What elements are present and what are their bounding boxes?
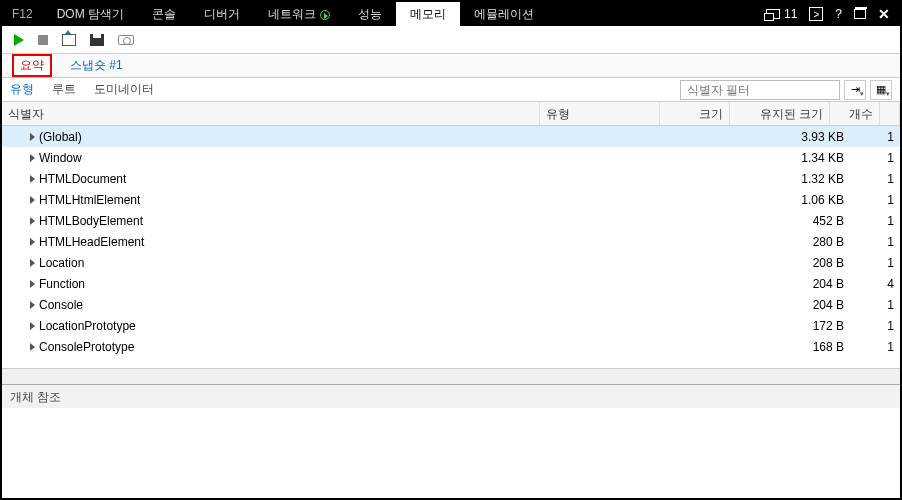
- row-name: HTMLBodyElement: [39, 214, 143, 228]
- row-count: 1: [850, 130, 900, 144]
- expand-icon[interactable]: [30, 196, 35, 204]
- row-retained: 452 B: [750, 214, 850, 228]
- row-retained: 1.32 KB: [750, 172, 850, 186]
- close-icon[interactable]: ✕: [878, 6, 890, 22]
- row-name: ConsolePrototype: [39, 340, 134, 354]
- row-retained: 208 B: [750, 256, 850, 270]
- row-name: Location: [39, 256, 84, 270]
- row-count: 1: [850, 235, 900, 249]
- identifier-filter-input[interactable]: [680, 80, 840, 100]
- row-count: 1: [850, 298, 900, 312]
- main-menubar: F12 DOM 탐색기 콘솔 디버거 네트워크 성능 메모리 에뮬레이션 11 …: [2, 2, 900, 26]
- scope-filter-button[interactable]: ⇥▾: [844, 80, 866, 100]
- table-row[interactable]: LocationPrototype172 B1: [2, 315, 900, 336]
- view-types[interactable]: 유형: [10, 81, 34, 98]
- snapshot-tabs: 요약 스냅숏 #1: [2, 54, 900, 78]
- row-retained: 1.34 KB: [750, 151, 850, 165]
- grid-header: 식별자 유형 크기 유지된 크기 개수: [2, 102, 900, 126]
- table-row[interactable]: (Global)3.93 KB1: [2, 126, 900, 147]
- row-name: HTMLHtmlElement: [39, 193, 140, 207]
- snapshot-icon[interactable]: [118, 35, 134, 45]
- expand-icon[interactable]: [30, 217, 35, 225]
- horizontal-scrollbar[interactable]: [2, 368, 900, 384]
- row-count: 1: [850, 319, 900, 333]
- row-name: HTMLHeadElement: [39, 235, 144, 249]
- col-identifier[interactable]: 식별자: [2, 102, 540, 125]
- row-retained: 3.93 KB: [750, 130, 850, 144]
- row-count: 1: [850, 151, 900, 165]
- device-icon: [766, 9, 780, 19]
- col-type[interactable]: 유형: [540, 102, 660, 125]
- tab-network[interactable]: 네트워크: [254, 2, 344, 26]
- expand-icon[interactable]: [30, 301, 35, 309]
- tab-console[interactable]: 콘솔: [138, 2, 190, 26]
- tab-network-label: 네트워크: [268, 7, 316, 21]
- expand-icon[interactable]: [30, 133, 35, 141]
- expand-icon[interactable]: [30, 238, 35, 246]
- table-row[interactable]: ConsolePrototype168 B1: [2, 336, 900, 357]
- row-count: 1: [850, 193, 900, 207]
- table-row[interactable]: Location208 B1: [2, 252, 900, 273]
- row-name: Console: [39, 298, 83, 312]
- col-count[interactable]: 개수: [830, 102, 880, 125]
- row-retained: 1.06 KB: [750, 193, 850, 207]
- toolbar: [2, 26, 900, 54]
- row-name: Window: [39, 151, 82, 165]
- table-row[interactable]: HTMLDocument1.32 KB1: [2, 168, 900, 189]
- error-count[interactable]: 11: [766, 7, 797, 21]
- console-toggle-icon[interactable]: >: [809, 7, 823, 21]
- row-count: 4: [850, 277, 900, 291]
- object-refs-pane: [2, 408, 900, 498]
- snapshot-tab[interactable]: 스냅숏 #1: [70, 57, 123, 74]
- tab-memory[interactable]: 메모리: [396, 2, 460, 26]
- tab-performance[interactable]: 성능: [344, 2, 396, 26]
- row-retained: 280 B: [750, 235, 850, 249]
- row-count: 1: [850, 256, 900, 270]
- undock-icon[interactable]: [854, 9, 866, 19]
- devtools-window: F12 DOM 탐색기 콘솔 디버거 네트워크 성능 메모리 에뮬레이션 11 …: [0, 0, 902, 500]
- table-row[interactable]: Console204 B1: [2, 294, 900, 315]
- view-tabs: 유형 루트 도미네이터: [10, 81, 154, 98]
- row-name: HTMLDocument: [39, 172, 126, 186]
- expand-icon[interactable]: [30, 154, 35, 162]
- row-name: Function: [39, 277, 85, 291]
- profile-start-icon[interactable]: [14, 34, 24, 46]
- row-retained: 168 B: [750, 340, 850, 354]
- profile-stop-icon[interactable]: [38, 35, 48, 45]
- table-row[interactable]: Function204 B4: [2, 273, 900, 294]
- columns-button[interactable]: ▦▾: [870, 80, 892, 100]
- expand-icon[interactable]: [30, 280, 35, 288]
- grid-rows[interactable]: (Global)3.93 KB1Window1.34 KB1HTMLDocume…: [2, 126, 900, 368]
- view-dominators[interactable]: 도미네이터: [94, 81, 154, 98]
- import-icon[interactable]: [62, 34, 76, 46]
- tab-dom-explorer[interactable]: DOM 탐색기: [43, 2, 138, 26]
- table-row[interactable]: Window1.34 KB1: [2, 147, 900, 168]
- row-name: (Global): [39, 130, 82, 144]
- tab-debugger[interactable]: 디버거: [190, 2, 254, 26]
- save-icon[interactable]: [90, 34, 104, 46]
- expand-icon[interactable]: [30, 343, 35, 351]
- expand-icon[interactable]: [30, 322, 35, 330]
- error-count-value: 11: [784, 7, 797, 21]
- table-row[interactable]: HTMLHtmlElement1.06 KB1: [2, 189, 900, 210]
- summary-tab[interactable]: 요약: [12, 54, 52, 77]
- help-button[interactable]: ?: [835, 7, 842, 21]
- col-size[interactable]: 크기: [660, 102, 730, 125]
- row-count: 1: [850, 172, 900, 186]
- play-circle-icon: [320, 10, 330, 20]
- col-retained[interactable]: 유지된 크기: [730, 102, 830, 125]
- object-refs-header[interactable]: 개체 참조: [2, 384, 900, 408]
- table-row[interactable]: HTMLBodyElement452 B1: [2, 210, 900, 231]
- menubar-right: 11 > ? ✕: [766, 6, 900, 22]
- row-retained: 204 B: [750, 298, 850, 312]
- filter-bar: 유형 루트 도미네이터 ⇥▾ ▦▾: [2, 78, 900, 102]
- table-row[interactable]: HTMLHeadElement280 B1: [2, 231, 900, 252]
- expand-icon[interactable]: [30, 175, 35, 183]
- view-roots[interactable]: 루트: [52, 81, 76, 98]
- row-count: 1: [850, 340, 900, 354]
- expand-icon[interactable]: [30, 259, 35, 267]
- row-retained: 204 B: [750, 277, 850, 291]
- heap-grid: 식별자 유형 크기 유지된 크기 개수 (Global)3.93 KB1Wind…: [2, 102, 900, 498]
- row-name: LocationPrototype: [39, 319, 136, 333]
- tab-emulation[interactable]: 에뮬레이션: [460, 2, 548, 26]
